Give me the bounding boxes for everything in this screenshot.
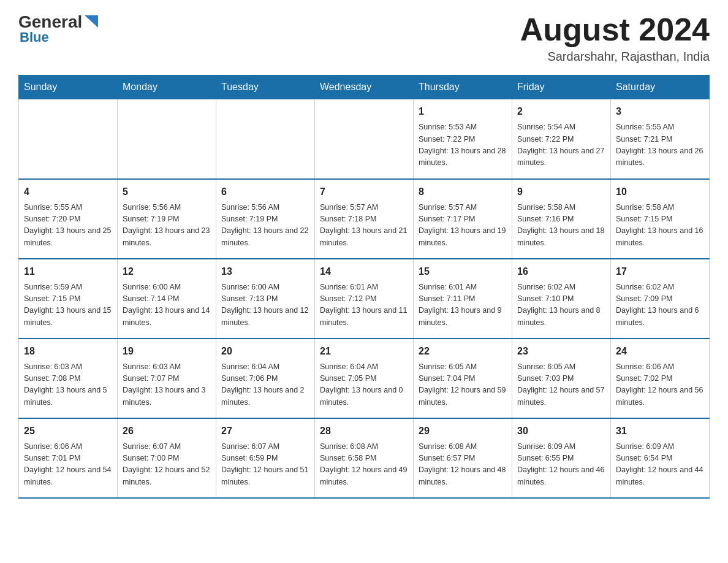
day-info: Sunrise: 6:05 AM Sunset: 7:03 PM Dayligh… (517, 361, 605, 409)
day-info: Sunrise: 5:58 AM Sunset: 7:16 PM Dayligh… (517, 202, 605, 250)
day-info: Sunrise: 6:02 AM Sunset: 7:09 PM Dayligh… (616, 282, 704, 329)
day-info: Sunrise: 6:09 AM Sunset: 6:55 PM Dayligh… (517, 441, 605, 489)
calendar-cell (315, 99, 414, 179)
calendar-cell: 28Sunrise: 6:08 AM Sunset: 6:58 PM Dayli… (315, 418, 414, 498)
calendar-week-row: 25Sunrise: 6:06 AM Sunset: 7:01 PM Dayli… (19, 418, 710, 498)
header: General Blue August 2024 Sardarshahr, Ra… (18, 12, 710, 64)
location: Sardarshahr, Rajasthan, India (520, 50, 710, 64)
day-number: 9 (517, 185, 605, 199)
day-header-monday: Monday (118, 75, 216, 99)
calendar-cell: 17Sunrise: 6:02 AM Sunset: 7:09 PM Dayli… (611, 259, 710, 339)
calendar-cell: 26Sunrise: 6:07 AM Sunset: 7:00 PM Dayli… (118, 418, 216, 498)
day-number: 25 (24, 424, 112, 439)
day-number: 16 (517, 264, 605, 279)
day-info: Sunrise: 5:59 AM Sunset: 7:15 PM Dayligh… (24, 282, 112, 329)
day-info: Sunrise: 5:55 AM Sunset: 7:21 PM Dayligh… (616, 121, 704, 169)
day-info: Sunrise: 6:07 AM Sunset: 6:59 PM Dayligh… (221, 441, 309, 489)
day-number: 12 (123, 264, 211, 279)
calendar-cell: 1Sunrise: 5:53 AM Sunset: 7:22 PM Daylig… (414, 99, 512, 179)
day-number: 14 (320, 264, 408, 279)
day-number: 2 (517, 104, 605, 119)
logo-triangle-icon (85, 15, 98, 28)
calendar-cell: 10Sunrise: 5:58 AM Sunset: 7:15 PM Dayli… (611, 179, 710, 259)
day-info: Sunrise: 6:08 AM Sunset: 6:58 PM Dayligh… (320, 441, 408, 489)
day-info: Sunrise: 6:02 AM Sunset: 7:10 PM Dayligh… (517, 282, 605, 329)
calendar-cell: 29Sunrise: 6:08 AM Sunset: 6:57 PM Dayli… (414, 418, 512, 498)
calendar-cell: 9Sunrise: 5:58 AM Sunset: 7:16 PM Daylig… (512, 179, 611, 259)
calendar-cell: 20Sunrise: 6:04 AM Sunset: 7:06 PM Dayli… (216, 339, 315, 418)
day-header-friday: Friday (512, 75, 611, 99)
svg-marker-0 (85, 15, 98, 28)
day-header-wednesday: Wednesday (315, 75, 414, 99)
calendar-cell: 11Sunrise: 5:59 AM Sunset: 7:15 PM Dayli… (19, 259, 118, 339)
day-header-tuesday: Tuesday (216, 75, 315, 99)
day-number: 3 (616, 104, 704, 119)
day-number: 31 (616, 424, 704, 439)
day-info: Sunrise: 5:54 AM Sunset: 7:22 PM Dayligh… (517, 121, 605, 169)
calendar-cell: 22Sunrise: 6:05 AM Sunset: 7:04 PM Dayli… (414, 339, 512, 418)
day-info: Sunrise: 6:05 AM Sunset: 7:04 PM Dayligh… (419, 361, 507, 409)
calendar-cell: 5Sunrise: 5:56 AM Sunset: 7:19 PM Daylig… (118, 179, 216, 259)
day-number: 30 (517, 424, 605, 439)
calendar-cell: 12Sunrise: 6:00 AM Sunset: 7:14 PM Dayli… (118, 259, 216, 339)
day-number: 23 (517, 344, 605, 359)
day-info: Sunrise: 6:06 AM Sunset: 7:01 PM Dayligh… (24, 441, 112, 489)
calendar-week-row: 18Sunrise: 6:03 AM Sunset: 7:08 PM Dayli… (19, 339, 710, 418)
day-number: 4 (24, 185, 112, 199)
day-number: 5 (123, 185, 211, 199)
logo-blue: Blue (20, 29, 49, 45)
day-number: 13 (221, 264, 309, 279)
calendar-week-row: 4Sunrise: 5:55 AM Sunset: 7:20 PM Daylig… (19, 179, 710, 259)
day-number: 6 (221, 185, 309, 199)
calendar-cell: 3Sunrise: 5:55 AM Sunset: 7:21 PM Daylig… (611, 99, 710, 179)
day-info: Sunrise: 6:09 AM Sunset: 6:54 PM Dayligh… (616, 441, 704, 489)
day-number: 8 (419, 185, 507, 199)
title-area: August 2024 Sardarshahr, Rajasthan, Indi… (520, 12, 710, 64)
day-number: 21 (320, 344, 408, 359)
calendar-week-row: 11Sunrise: 5:59 AM Sunset: 7:15 PM Dayli… (19, 259, 710, 339)
day-number: 10 (616, 185, 704, 199)
calendar-cell: 4Sunrise: 5:55 AM Sunset: 7:20 PM Daylig… (19, 179, 118, 259)
calendar-cell: 15Sunrise: 6:01 AM Sunset: 7:11 PM Dayli… (414, 259, 512, 339)
day-info: Sunrise: 5:56 AM Sunset: 7:19 PM Dayligh… (221, 202, 309, 250)
day-info: Sunrise: 5:53 AM Sunset: 7:22 PM Dayligh… (419, 121, 507, 169)
calendar-cell: 14Sunrise: 6:01 AM Sunset: 7:12 PM Dayli… (315, 259, 414, 339)
day-info: Sunrise: 5:58 AM Sunset: 7:15 PM Dayligh… (616, 202, 704, 250)
calendar-cell (19, 99, 118, 179)
day-info: Sunrise: 6:03 AM Sunset: 7:07 PM Dayligh… (123, 361, 211, 409)
calendar-cell: 2Sunrise: 5:54 AM Sunset: 7:22 PM Daylig… (512, 99, 611, 179)
day-header-saturday: Saturday (611, 75, 710, 99)
calendar-week-row: 1Sunrise: 5:53 AM Sunset: 7:22 PM Daylig… (19, 99, 710, 179)
calendar-table: SundayMondayTuesdayWednesdayThursdayFrid… (18, 75, 710, 499)
day-number: 24 (616, 344, 704, 359)
calendar-header-row: SundayMondayTuesdayWednesdayThursdayFrid… (19, 75, 710, 99)
day-info: Sunrise: 6:03 AM Sunset: 7:08 PM Dayligh… (24, 361, 112, 409)
calendar-cell: 8Sunrise: 5:57 AM Sunset: 7:17 PM Daylig… (414, 179, 512, 259)
day-number: 20 (221, 344, 309, 359)
calendar-cell: 24Sunrise: 6:06 AM Sunset: 7:02 PM Dayli… (611, 339, 710, 418)
day-info: Sunrise: 6:00 AM Sunset: 7:14 PM Dayligh… (123, 282, 211, 329)
day-header-sunday: Sunday (19, 75, 118, 99)
day-info: Sunrise: 6:04 AM Sunset: 7:05 PM Dayligh… (320, 361, 408, 409)
calendar-cell: 31Sunrise: 6:09 AM Sunset: 6:54 PM Dayli… (611, 418, 710, 498)
calendar-cell: 7Sunrise: 5:57 AM Sunset: 7:18 PM Daylig… (315, 179, 414, 259)
day-number: 11 (24, 264, 112, 279)
calendar-cell: 25Sunrise: 6:06 AM Sunset: 7:01 PM Dayli… (19, 418, 118, 498)
day-info: Sunrise: 5:56 AM Sunset: 7:19 PM Dayligh… (123, 202, 211, 250)
day-number: 7 (320, 185, 408, 199)
day-number: 26 (123, 424, 211, 439)
day-info: Sunrise: 5:55 AM Sunset: 7:20 PM Dayligh… (24, 202, 112, 250)
calendar-cell: 30Sunrise: 6:09 AM Sunset: 6:55 PM Dayli… (512, 418, 611, 498)
calendar-cell (118, 99, 216, 179)
day-number: 17 (616, 264, 704, 279)
day-info: Sunrise: 6:07 AM Sunset: 7:00 PM Dayligh… (123, 441, 211, 489)
day-info: Sunrise: 6:06 AM Sunset: 7:02 PM Dayligh… (616, 361, 704, 409)
day-number: 1 (419, 104, 507, 119)
calendar-cell: 13Sunrise: 6:00 AM Sunset: 7:13 PM Dayli… (216, 259, 315, 339)
calendar-cell: 19Sunrise: 6:03 AM Sunset: 7:07 PM Dayli… (118, 339, 216, 418)
day-number: 28 (320, 424, 408, 439)
day-number: 27 (221, 424, 309, 439)
day-info: Sunrise: 6:08 AM Sunset: 6:57 PM Dayligh… (419, 441, 507, 489)
calendar-cell: 18Sunrise: 6:03 AM Sunset: 7:08 PM Dayli… (19, 339, 118, 418)
day-number: 22 (419, 344, 507, 359)
